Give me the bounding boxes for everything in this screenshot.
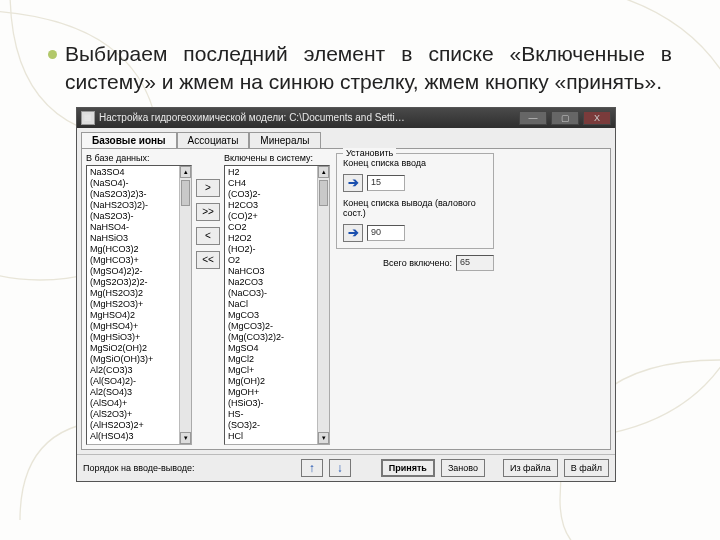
output-end-field[interactable]: 90 <box>367 225 405 241</box>
list-item[interactable]: CO2 <box>226 222 328 233</box>
list-item[interactable]: Mg(OH)2 <box>226 376 328 387</box>
apply-input-end-button[interactable]: ➔ <box>343 174 363 192</box>
db-listbox[interactable]: Na3SO4(NaSO4)-(NaS2O3)2)3-(NaHS2O3)2)-(N… <box>86 165 192 445</box>
list-item[interactable]: (HSiO3)- <box>226 398 328 409</box>
apply-output-end-button[interactable]: ➔ <box>343 224 363 242</box>
minimize-button[interactable]: — <box>519 111 547 125</box>
input-end-field[interactable]: 15 <box>367 175 405 191</box>
move-down-button[interactable]: ↓ <box>329 459 351 477</box>
list-item[interactable]: (AlHS2O3)2+ <box>88 420 190 431</box>
list-item[interactable]: (MgSO4)2)2- <box>88 266 190 277</box>
list-item[interactable]: Na2CO3 <box>226 277 328 288</box>
list-item[interactable]: (NaCO3)- <box>226 288 328 299</box>
total-label: Всего включено: <box>383 258 452 268</box>
tab-minerals[interactable]: Минералы <box>249 132 320 148</box>
input-end-label: Конец списка ввода <box>343 158 487 168</box>
list-item[interactable]: Na3SO4 <box>88 167 190 178</box>
scrollbar[interactable]: ▴ ▾ <box>179 166 191 444</box>
list-item[interactable]: H2CO3 <box>226 200 328 211</box>
list-item[interactable]: (MgS2O3)2)2- <box>88 277 190 288</box>
scroll-up-icon[interactable]: ▴ <box>180 166 191 178</box>
list-item[interactable]: (MgHSO4)+ <box>88 321 190 332</box>
list-item[interactable]: MgSiO2(OH)2 <box>88 343 190 354</box>
bullet-icon <box>48 50 57 59</box>
app-icon: ▦ <box>81 111 95 125</box>
list-item[interactable]: MgCl+ <box>226 365 328 376</box>
output-end-label: Конец списка вывода (валового сост.) <box>343 198 487 218</box>
dialog-footer: Порядок на вводе-выводе: ↑ ↓ Принять Зан… <box>77 454 615 481</box>
included-list-label: Включены в систему: <box>224 153 330 163</box>
list-item[interactable]: HCl <box>226 431 328 442</box>
list-item[interactable]: (NaS2O3)2)3- <box>88 189 190 200</box>
tab-base-ions[interactable]: Базовые ионы <box>81 132 177 148</box>
list-item[interactable]: (AlSO4)+ <box>88 398 190 409</box>
reset-button[interactable]: Заново <box>441 459 485 477</box>
remove-button[interactable]: < <box>196 227 220 245</box>
dialog-window: ▦ Настройка гидрогеохимической модели: C… <box>76 107 616 482</box>
list-item[interactable]: (SO3)2- <box>226 420 328 431</box>
list-item[interactable]: Al2(CO3)3 <box>88 365 190 376</box>
tabs: Базовые ионы Ассоциаты Минералы <box>77 128 615 148</box>
list-item[interactable]: NaHCO3 <box>226 266 328 277</box>
remove-all-button[interactable]: << <box>196 251 220 269</box>
list-item[interactable]: MgCO3 <box>226 310 328 321</box>
list-item[interactable]: NaHSiO3 <box>88 233 190 244</box>
to-file-button[interactable]: В файл <box>564 459 609 477</box>
db-list-label: В базе данных: <box>86 153 192 163</box>
list-item[interactable]: (Al(SO4)2)- <box>88 376 190 387</box>
list-item[interactable]: Mg(HS2O3)2 <box>88 288 190 299</box>
move-up-button[interactable]: ↑ <box>301 459 323 477</box>
list-item[interactable]: MgCl2 <box>226 354 328 365</box>
list-item[interactable]: (HO2)- <box>226 244 328 255</box>
list-item[interactable]: (CO)2+ <box>226 211 328 222</box>
scrollbar[interactable]: ▴ ▾ <box>317 166 329 444</box>
list-item[interactable]: Al(HSO4)3 <box>88 431 190 442</box>
scroll-up-icon[interactable]: ▴ <box>318 166 329 178</box>
list-item[interactable]: (MgHCO3)+ <box>88 255 190 266</box>
list-item[interactable]: (NaSO4)- <box>88 178 190 189</box>
close-button[interactable]: X <box>583 111 611 125</box>
scroll-thumb[interactable] <box>181 180 190 206</box>
list-item[interactable]: Mg(HCO3)2 <box>88 244 190 255</box>
list-item[interactable]: (AlS2O3)+ <box>88 409 190 420</box>
list-item[interactable]: MgSO4 <box>226 343 328 354</box>
window-title: Настройка гидрогеохимической модели: C:\… <box>99 112 515 123</box>
list-item[interactable]: MgHSO4)2 <box>88 310 190 321</box>
list-item[interactable]: NaHSO4- <box>88 222 190 233</box>
total-value: 65 <box>456 255 494 271</box>
from-file-button[interactable]: Из файла <box>503 459 558 477</box>
included-listbox[interactable]: H2CH4(CO3)2-H2CO3(CO)2+CO2H2O2(HO2)-O2Na… <box>224 165 330 445</box>
list-item[interactable]: (NaHS2O3)2)- <box>88 200 190 211</box>
scroll-thumb[interactable] <box>319 180 328 206</box>
list-item[interactable]: CH4 <box>226 178 328 189</box>
list-item[interactable]: NaCl <box>226 299 328 310</box>
add-button[interactable]: > <box>196 179 220 197</box>
titlebar: ▦ Настройка гидрогеохимической модели: C… <box>77 108 615 128</box>
list-item[interactable]: (MgSiO(OH)3)+ <box>88 354 190 365</box>
scroll-down-icon[interactable]: ▾ <box>180 432 191 444</box>
list-item[interactable]: (MgHSiO3)+ <box>88 332 190 343</box>
list-item[interactable]: HS- <box>226 409 328 420</box>
list-item[interactable]: H2 <box>226 167 328 178</box>
add-all-button[interactable]: >> <box>196 203 220 221</box>
maximize-button[interactable]: ▢ <box>551 111 579 125</box>
list-item[interactable]: (NaS2O3)- <box>88 211 190 222</box>
scroll-down-icon[interactable]: ▾ <box>318 432 329 444</box>
list-item[interactable]: (Mg(CO3)2)2- <box>226 332 328 343</box>
group-legend: Установить <box>343 148 396 158</box>
list-item[interactable]: MgOH+ <box>226 387 328 398</box>
list-item[interactable]: Al2(SO4)3 <box>88 387 190 398</box>
order-label: Порядок на вводе-выводе: <box>83 463 194 473</box>
list-item[interactable]: H2O2 <box>226 233 328 244</box>
accept-button[interactable]: Принять <box>381 459 435 477</box>
list-item[interactable]: O2 <box>226 255 328 266</box>
tab-associates[interactable]: Ассоциаты <box>177 132 250 148</box>
list-item[interactable]: (CO3)2- <box>226 189 328 200</box>
list-item[interactable]: (MgHS2O3)+ <box>88 299 190 310</box>
list-item[interactable]: (MgCO3)2- <box>226 321 328 332</box>
set-group: Установить Конец списка ввода ➔ 15 Конец… <box>336 153 494 249</box>
instruction-text: Выбираем последний элемент в списке «Вкл… <box>65 40 672 97</box>
